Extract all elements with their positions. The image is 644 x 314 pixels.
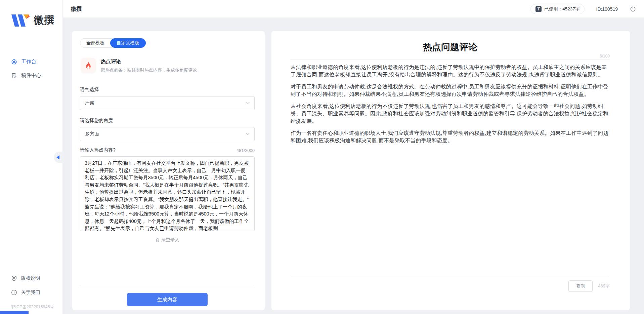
- usage-pill[interactable]: T 已使用：45237字: [530, 4, 585, 14]
- output-footer: 复制 469字: [291, 277, 610, 310]
- hotspot-textarea[interactable]: 3月27日，在广东佛山，有网友在社交平台上发文称，因自己提离职，男友被老板一并开…: [80, 156, 255, 231]
- chevron-down-icon: [246, 133, 250, 135]
- title-divider: [291, 60, 610, 60]
- logo-text: 微撰: [34, 13, 54, 27]
- sidebar-item-drafts[interactable]: 稿件中心: [0, 69, 62, 82]
- chevron-left-icon: [56, 155, 59, 159]
- sidebar-item-label: 版权说明: [21, 275, 40, 281]
- flame-icon: [81, 58, 96, 73]
- top-header: 微撰 T 已使用：45237字 ID:100519: [63, 0, 644, 18]
- word-usage-icon: T: [535, 6, 542, 12]
- copy-button[interactable]: 复制: [568, 280, 593, 292]
- tone-select[interactable]: 严肃: [80, 96, 255, 110]
- sidebar-footer: 版权说明 关于我们 鄂ICP备2022016946号: [0, 271, 62, 314]
- output-title: 热点问题评论: [291, 41, 610, 53]
- shield-icon: [11, 275, 17, 281]
- power-icon: [630, 6, 636, 12]
- sidebar-nav: 工作台 稿件中心: [0, 55, 62, 82]
- tab-all-templates[interactable]: 全部模板: [80, 38, 111, 48]
- output-paragraph: 对于员工和男友的申请劳动仲裁,这是合法维权的方式。在劳动仲裁的过程中,员工和男友…: [291, 83, 610, 98]
- tone-label: 语气选择: [80, 87, 255, 93]
- sidebar-item-workbench[interactable]: 工作台: [0, 55, 62, 69]
- template-tabs: 全部模板 自定义模板: [80, 38, 146, 48]
- sidebar-item-label: 工作台: [21, 58, 36, 65]
- info-icon: [11, 289, 17, 296]
- output-paragraph: 作为一名有责任心和职业道德的职场人士,我们应该遵守劳动法规,尊重劳动者的权益,建…: [291, 129, 610, 144]
- logout-button[interactable]: [629, 5, 637, 13]
- output-paragraph: 从社会角度来看,这位便利店老板的行为不仅违反了劳动法规,也伤害了员工和男友的感情…: [291, 103, 610, 125]
- sidebar-item-copyright[interactable]: 版权说明: [0, 271, 62, 285]
- angle-select[interactable]: 多方面: [80, 127, 255, 141]
- generate-button[interactable]: 生成内容: [127, 293, 208, 306]
- workbench-icon: [11, 59, 17, 65]
- bottom-left-blue-strip: [0, 311, 29, 314]
- brand-logo: 微撰: [11, 13, 54, 27]
- main-area: 全部模板 自定义模板 热点评论 蹭热点必备：粘贴实时热点内容，生成多角度评论: [63, 18, 644, 314]
- template-title: 热点评论: [101, 58, 197, 65]
- angle-value: 多方面: [85, 131, 99, 137]
- template-form-card: 全部模板 自定义模板 热点评论 蹭热点必备：粘贴实时热点内容，生成多角度评论: [72, 31, 265, 310]
- document-icon: [11, 73, 17, 79]
- template-description: 蹭热点必备：粘贴实时热点内容，生成多角度评论: [101, 67, 197, 73]
- sidebar-item-label: 关于我们: [21, 289, 40, 296]
- app-root: 微撰 工作台: [0, 0, 644, 314]
- user-id: ID:100519: [596, 6, 618, 12]
- hotspot-char-counter: 481/2000: [237, 148, 255, 153]
- clear-input-button[interactable]: 清空录入: [80, 237, 255, 243]
- trash-icon: [155, 238, 160, 242]
- clear-input-label: 清空录入: [161, 237, 179, 243]
- output-counter: 6/100: [291, 54, 610, 58]
- chevron-down-icon: [246, 102, 250, 105]
- form-footer: 生成内容: [80, 286, 255, 310]
- weizhuan-logo-icon: [11, 14, 30, 27]
- sidebar-item-about[interactable]: 关于我们: [0, 285, 62, 300]
- tab-custom-templates[interactable]: 自定义模板: [110, 38, 146, 48]
- output-body: 从法律和职业道德的角度来看,这位便利店老板的行为是违法的,违反了劳动法规中的保护…: [291, 64, 610, 144]
- template-card-text: 热点评论 蹭热点必备：粘贴实时热点内容，生成多角度评论: [101, 58, 197, 73]
- hotspot-label: 请输入热点内容?: [80, 147, 116, 153]
- header-actions: T 已使用：45237字 ID:100519: [530, 0, 637, 18]
- sidebar-item-label: 稿件中心: [21, 72, 41, 79]
- template-card-hot-comment[interactable]: 热点评论 蹭热点必备：粘贴实时热点内容，生成多角度评论: [80, 58, 255, 73]
- sidebar-collapse-handle[interactable]: [54, 152, 63, 163]
- usage-text: 已使用：45237字: [544, 6, 579, 12]
- output-word-count: 469字: [598, 280, 610, 292]
- tone-value: 严肃: [85, 100, 94, 106]
- angle-label: 请选择您的角度: [80, 118, 255, 124]
- sidebar: 微撰 工作台: [0, 0, 63, 314]
- generated-content-card: 热点问题评论 6/100 从法律和职业道德的角度来看,这位便利店老板的行为是违法…: [271, 31, 630, 310]
- output-paragraph: 从法律和职业道德的角度来看,这位便利店老板的行为是违法的,违反了劳动法规中的保护…: [291, 64, 610, 78]
- page-title: 微撰: [71, 6, 82, 13]
